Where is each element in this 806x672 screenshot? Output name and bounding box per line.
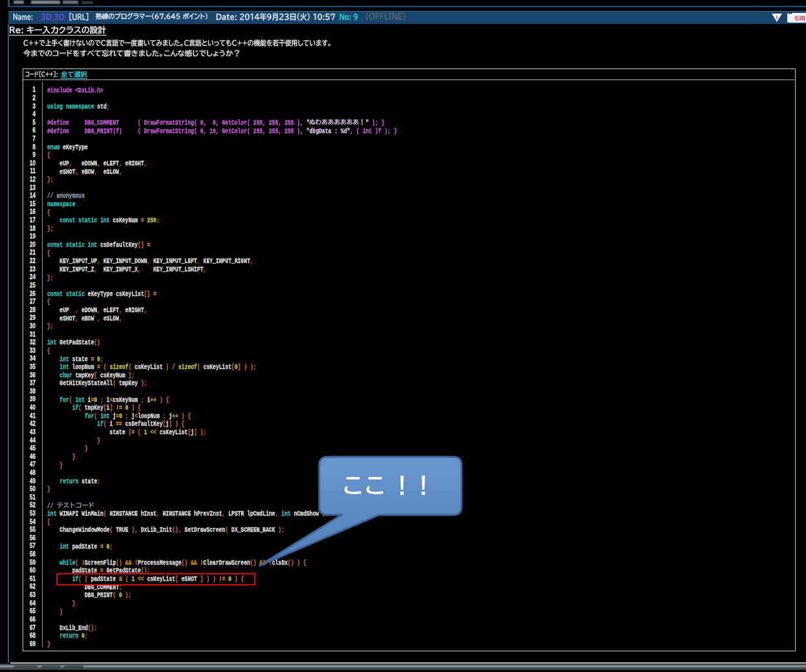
svg-text:!: ! <box>776 14 778 21</box>
